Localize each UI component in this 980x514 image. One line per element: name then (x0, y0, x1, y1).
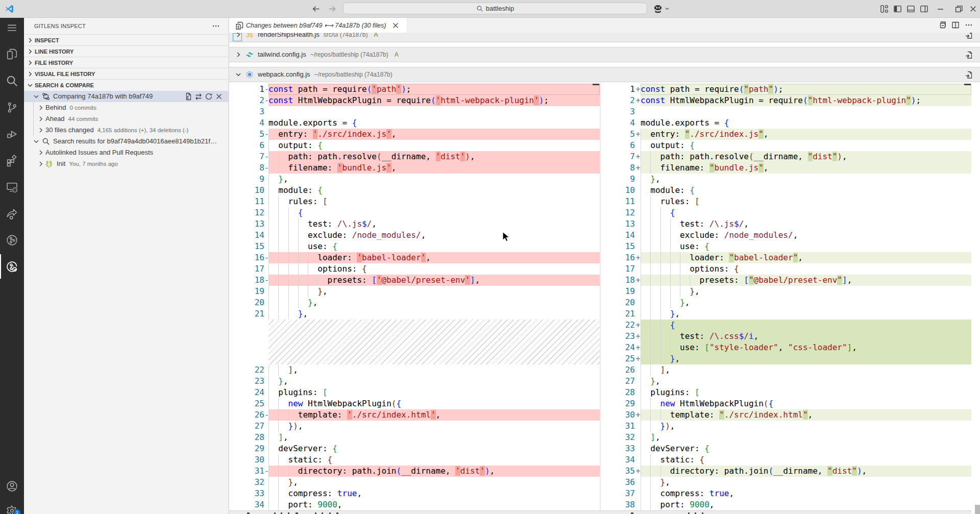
tree-item-30-files-changed[interactable]: 30 files changed4,165 additions (+), 34 … (24, 125, 229, 136)
diff-line-15[interactable]: 15 use: { (229, 241, 600, 252)
diff-line-33[interactable]: 33 compress: true, (229, 488, 600, 499)
section-visual-file-history[interactable]: VISUAL FILE HISTORY (24, 68, 229, 79)
diff-line-8[interactable]: 8- filename: 'bundle.js', (229, 162, 600, 174)
open-changes-icon[interactable] (184, 92, 192, 101)
diff-line-12[interactable]: 12 { (229, 207, 600, 218)
diff-line-3[interactable]: 3 (229, 106, 600, 117)
diff-line-6[interactable]: 6 output: { (229, 140, 600, 151)
diff-line-27[interactable]: 27 }), (229, 421, 600, 432)
refresh-icon[interactable] (205, 92, 213, 101)
diff-line-6[interactable]: 6 output: { (601, 140, 971, 151)
tree-item-comparing-74a187b-with-b9af749[interactable]: Comparing 74a187b with b9af749 (24, 91, 229, 102)
toggle-panel-button[interactable] (906, 5, 915, 13)
window-minimize-button[interactable] (936, 5, 945, 13)
diff-line-26[interactable]: 26- template: './src/index.html', (229, 409, 600, 421)
activity-item-source-control[interactable] (6, 101, 18, 114)
diff-line-37[interactable]: 37 compress: true, (601, 488, 971, 499)
file-header-tailwind-config-js[interactable]: tailwind.config.js~/repos/battleship (74… (229, 47, 980, 62)
diff-line-35[interactable]: 35+ directory: path.join(__dirname, "dis… (601, 466, 971, 477)
chevron-down-icon[interactable] (234, 70, 242, 79)
diff-line-34[interactable]: 34 port: 9000, (229, 499, 600, 510)
command-center-search[interactable]: battleship (343, 3, 647, 14)
chevron-down-icon[interactable] (32, 92, 40, 101)
activity-item-run-and-debug[interactable] (6, 128, 18, 140)
diff-line-18[interactable]: 18+ presets: ["@babel/preset-env"], (601, 275, 971, 286)
diff-line-20[interactable]: 20 }, (229, 297, 600, 308)
activity-item-explorer[interactable] (6, 48, 18, 61)
diff-line-33[interactable]: 33 devServer: { (601, 443, 971, 454)
diff-line-10[interactable]: 10 module: { (229, 185, 600, 196)
section-file-history[interactable]: FILE HISTORY (24, 57, 229, 68)
diff-line-5[interactable]: 5+ entry: "./src/index.js", (601, 129, 971, 140)
diff-line-18[interactable]: 18- presets: ['@babel/preset-env'], (229, 275, 600, 286)
collapse-all-button[interactable] (938, 21, 946, 29)
diff-line-15[interactable]: 15 use: { (601, 241, 971, 252)
toggle-secondary-sidebar-button[interactable] (920, 5, 928, 13)
diff-line-32[interactable]: 32 ], (601, 432, 971, 443)
diff-line-32[interactable]: 32 }, (229, 477, 600, 488)
pane-scrollbar-thumb[interactable] (593, 84, 599, 85)
copilot-chevron-icon[interactable] (665, 6, 670, 11)
diff-line-22[interactable]: 22 ], (229, 364, 600, 376)
diff-line-36[interactable]: 36 }, (601, 477, 971, 488)
diff-line-38[interactable]: 38 port: 9000, (601, 499, 971, 510)
diff-line-34[interactable]: 34 static: { (601, 454, 971, 466)
tree-item-init[interactable]: InitYou, 7 months ago (24, 158, 229, 169)
diff-line-3[interactable]: 3 (601, 106, 971, 117)
activity-item-accounts[interactable] (6, 480, 18, 493)
chevron-right-icon[interactable] (37, 149, 45, 157)
nav-forward-button[interactable] (328, 5, 336, 13)
close-icon[interactable] (215, 92, 223, 101)
copilot-icon[interactable] (653, 4, 663, 14)
diff-line-22[interactable]: 22+ { (601, 320, 971, 331)
diff-line-30[interactable]: 30 static: { (229, 454, 600, 466)
diff-line-29[interactable]: 29 new HtmlWebpackPlugin({ (601, 398, 971, 409)
diff-line-11[interactable]: 11 rules: [ (601, 196, 971, 207)
diff-line-28[interactable]: 28 ], (229, 432, 600, 443)
diff-line-31[interactable]: 31- directory: path.join(__dirname, 'dis… (229, 466, 600, 477)
diff-line-23[interactable]: 23+ test: /\.css$/i, (601, 331, 971, 342)
diff-line-16[interactable]: 16- loader: 'babel-loader', (229, 252, 600, 263)
chevron-right-icon[interactable] (37, 160, 45, 168)
diff-line-2[interactable]: 2+const HtmlWebpackPlugin = require("htm… (601, 95, 971, 106)
file-header-webpack-config-js[interactable]: webpack.config.js~/repos/battleship (74a… (229, 67, 980, 82)
diff-line-10[interactable]: 10 module: { (601, 185, 971, 196)
diff-line-13[interactable]: 13 test: /\.js$/, (229, 218, 600, 230)
diff-line-31[interactable]: 31 }), (601, 421, 971, 432)
diff-line-16[interactable]: 16+ loader: "babel-loader", (601, 252, 971, 263)
diff-line-27[interactable]: 27 }, (601, 376, 971, 387)
file-header-renderShipsHealth-js[interactable]: JSrenderShipsHealth.jssrc/ui (74a187b)A (229, 33, 980, 42)
diff-line-1[interactable]: 1-const path = require('path'); (229, 84, 600, 95)
diff-line-14[interactable]: 14 exclude: /node_modules/, (229, 230, 600, 241)
diff-line-25[interactable]: 25+ }, (601, 353, 971, 364)
diff-line-20[interactable]: 20 }, (601, 297, 971, 308)
pane-scrollbar-thumb[interactable] (964, 84, 971, 85)
diff-line-9[interactable]: 9 }, (229, 174, 600, 185)
diff-line-1[interactable]: 1+const path = require("path"); (601, 84, 971, 95)
diff-line-21[interactable]: 21 }, (601, 308, 971, 320)
diff-line-25[interactable]: 25 new HtmlWebpackPlugin({ (229, 398, 600, 409)
section-line-history[interactable]: LINE HISTORY (24, 45, 229, 57)
diff-line-7[interactable]: 7- path: path.resolve(__dirname, 'dist')… (229, 151, 600, 162)
go-to-file-icon[interactable] (965, 71, 973, 79)
diff-line-4[interactable]: 4module.exports = { (601, 117, 971, 129)
customize-layout-button[interactable] (880, 5, 889, 13)
activity-item-menu[interactable] (6, 21, 18, 34)
chevron-right-icon[interactable] (37, 115, 45, 123)
diff-line-9[interactable]: 9 }, (601, 174, 971, 185)
diff-line-5[interactable]: 5- entry: './src/index.js', (229, 129, 600, 140)
diff-line-28[interactable]: 28 plugins: [ (601, 387, 971, 398)
toggle-primary-sidebar-button[interactable] (893, 5, 902, 13)
diff-line-24[interactable]: 24 plugins: [ (229, 387, 600, 398)
chevron-right-icon[interactable] (37, 126, 45, 134)
activity-item-remote-explorer[interactable] (6, 181, 18, 193)
diff-line-11[interactable]: 11 rules: [ (229, 196, 600, 207)
swap-icon[interactable] (194, 92, 203, 101)
diff-line-7[interactable]: 7+ path: path.resolve(__dirname, "dist")… (601, 151, 971, 162)
window-restore-button[interactable] (954, 5, 963, 13)
chevron-down-icon[interactable] (32, 137, 40, 145)
tab-changes-between[interactable]: Changes between b9af749 ⟷ 74a187b (30 fi… (229, 18, 407, 33)
tree-item-autolinked-issues-and-pull-req[interactable]: Autolinked Issues and Pull Requests (24, 147, 229, 158)
go-to-file-icon[interactable] (965, 51, 973, 59)
diff-line-8[interactable]: 8+ filename: "bundle.js", (601, 162, 971, 174)
